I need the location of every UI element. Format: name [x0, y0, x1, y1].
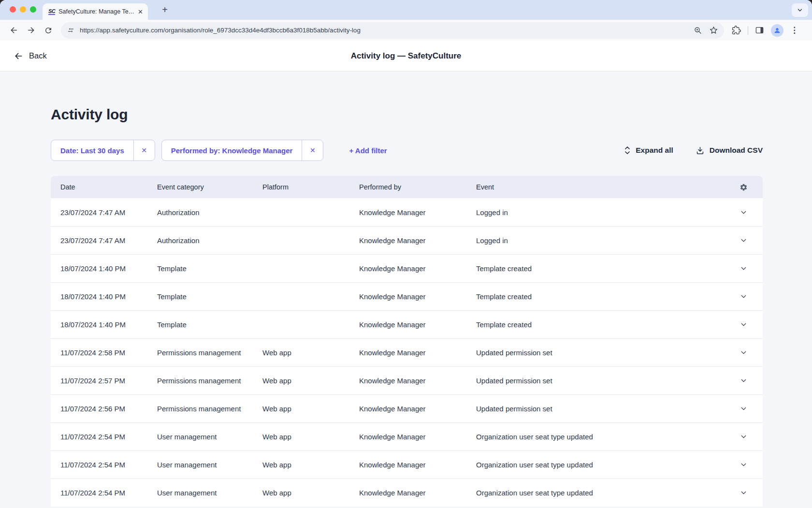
cell-performed-by: Knowledge Manager: [359, 264, 476, 273]
browser-menu-button[interactable]: ⋮: [790, 25, 798, 35]
cell-performed-by: Knowledge Manager: [359, 377, 476, 385]
cell-performed-by: Knowledge Manager: [359, 208, 476, 217]
table-row[interactable]: 11/07/2024 2:56 PM Permissions managemen…: [51, 394, 763, 422]
expand-collapse-icon: [624, 146, 631, 155]
table-header-row: Date Event category Platform Performed b…: [51, 176, 763, 198]
cell-performed-by: Knowledge Manager: [359, 320, 476, 329]
side-panel-icon[interactable]: [755, 26, 764, 35]
back-arrow-icon: [9, 26, 18, 35]
table-settings-button[interactable]: [728, 183, 763, 191]
main-content: Activity log Date: Last 30 days ✕ Perfor…: [0, 72, 812, 508]
gear-icon: [740, 183, 748, 191]
address-bar[interactable]: https://app.safetyculture.com/organisati…: [61, 22, 724, 39]
minimize-window-button[interactable]: [20, 6, 26, 13]
filter-chip-performed-by[interactable]: Performed by: Knowledge Manager ✕: [161, 140, 324, 161]
expand-row-button[interactable]: [728, 348, 763, 357]
filter-bar: Date: Last 30 days ✕ Performed by: Knowl…: [51, 140, 763, 161]
tab-close-icon[interactable]: ✕: [138, 9, 143, 15]
expand-row-button[interactable]: [728, 405, 763, 413]
download-csv-label: Download CSV: [710, 146, 763, 155]
table-row[interactable]: 11/07/2024 2:57 PM Permissions managemen…: [51, 366, 763, 394]
back-nav-button[interactable]: [6, 23, 21, 38]
filter-chip-label[interactable]: Performed by: Knowledge Manager: [162, 140, 302, 160]
cell-event: Organization user seat type updated: [476, 461, 728, 469]
cell-event: Template created: [476, 292, 728, 301]
add-filter-button[interactable]: + Add filter: [349, 146, 387, 155]
table-row[interactable]: 18/07/2024 1:40 PM Template Knowledge Ma…: [51, 282, 763, 310]
cell-event: Updated permission set: [476, 405, 728, 413]
safetyculture-favicon-icon: SC: [48, 9, 55, 15]
table-row[interactable]: 11/07/2024 2:54 PM User management Web a…: [51, 479, 763, 507]
cell-event-category: Template: [157, 292, 262, 301]
expand-row-button[interactable]: [728, 320, 763, 329]
cell-event: Template created: [476, 264, 728, 273]
cell-event: Template created: [476, 320, 728, 329]
filter-chip-date[interactable]: Date: Last 30 days ✕: [51, 140, 155, 161]
tab-overview-button[interactable]: [792, 3, 808, 17]
cell-date: 11/07/2024 2:57 PM: [60, 377, 157, 385]
new-tab-button[interactable]: +: [160, 5, 170, 15]
activity-log-table: Date Event category Platform Performed b…: [51, 176, 763, 507]
close-window-button[interactable]: [10, 6, 16, 13]
bookmark-star-icon[interactable]: [709, 26, 718, 35]
cell-performed-by: Knowledge Manager: [359, 348, 476, 357]
url-text[interactable]: https://app.safetyculture.com/organisati…: [80, 27, 689, 34]
cell-date: 18/07/2024 1:40 PM: [60, 320, 157, 329]
table-row[interactable]: 23/07/2024 7:47 AM Authorization Knowled…: [51, 226, 763, 254]
chevron-down-icon: [740, 264, 748, 273]
chevron-down-icon: [740, 236, 748, 245]
profile-avatar[interactable]: [771, 24, 783, 37]
expand-row-button[interactable]: [728, 377, 763, 385]
expand-row-button[interactable]: [728, 461, 763, 469]
table-row[interactable]: 23/07/2024 7:47 AM Authorization Knowled…: [51, 198, 763, 226]
back-button[interactable]: Back: [14, 51, 47, 61]
table-row[interactable]: 18/07/2024 1:40 PM Template Knowledge Ma…: [51, 254, 763, 282]
site-settings-icon[interactable]: [67, 26, 75, 34]
remove-filter-icon[interactable]: ✕: [133, 140, 155, 160]
expand-row-button[interactable]: [728, 264, 763, 273]
table-row[interactable]: 11/07/2024 2:54 PM User management Web a…: [51, 422, 763, 450]
chevron-down-icon: [740, 320, 748, 329]
expand-row-button[interactable]: [728, 292, 763, 301]
expand-row-button[interactable]: [728, 489, 763, 497]
cell-date: 23/07/2024 7:47 AM: [60, 208, 157, 217]
chevron-down-icon: [740, 433, 748, 441]
browser-tab[interactable]: SC SafetyCulture: Manage Teams and... ✕: [43, 3, 148, 20]
column-header-event-category: Event category: [157, 183, 262, 191]
extensions-puzzle-icon[interactable]: [732, 26, 741, 35]
browser-window: SC SafetyCulture: Manage Teams and... ✕ …: [0, 0, 812, 508]
expand-row-button[interactable]: [728, 433, 763, 441]
expand-all-button[interactable]: Expand all: [624, 146, 673, 155]
forward-nav-button[interactable]: [23, 23, 39, 38]
column-header-date: Date: [60, 183, 157, 191]
table-row[interactable]: 18/07/2024 1:40 PM Template Knowledge Ma…: [51, 310, 763, 338]
expand-row-button[interactable]: [728, 236, 763, 245]
filter-chip-label[interactable]: Date: Last 30 days: [51, 140, 133, 160]
cell-date: 11/07/2024 2:54 PM: [60, 433, 157, 441]
table-row[interactable]: 11/07/2024 2:54 PM User management Web a…: [51, 450, 763, 479]
chevron-down-icon: [740, 377, 748, 385]
column-header-event: Event: [476, 183, 728, 191]
zoom-page-icon[interactable]: [694, 26, 702, 35]
cell-performed-by: Knowledge Manager: [359, 236, 476, 245]
cell-date: 18/07/2024 1:40 PM: [60, 292, 157, 301]
cell-event: Updated permission set: [476, 377, 728, 385]
reload-button[interactable]: [41, 23, 56, 38]
cell-date: 18/07/2024 1:40 PM: [60, 264, 157, 273]
reload-icon: [44, 26, 53, 35]
cell-event-category: Template: [157, 264, 262, 273]
cell-platform: Web app: [262, 377, 359, 385]
cell-date: 11/07/2024 2:54 PM: [60, 461, 157, 469]
zoom-window-button[interactable]: [30, 6, 36, 13]
chevron-down-icon: [740, 461, 748, 469]
remove-filter-icon[interactable]: ✕: [302, 140, 323, 160]
cell-performed-by: Knowledge Manager: [359, 461, 476, 469]
expand-row-button[interactable]: [728, 208, 763, 217]
table-row[interactable]: 11/07/2024 2:58 PM Permissions managemen…: [51, 338, 763, 366]
cell-event-category: Permissions management: [157, 348, 262, 357]
cell-event-category: User management: [157, 461, 262, 469]
download-csv-button[interactable]: Download CSV: [696, 146, 763, 155]
cell-date: 23/07/2024 7:47 AM: [60, 236, 157, 245]
cell-performed-by: Knowledge Manager: [359, 433, 476, 441]
tab-title: SafetyCulture: Manage Teams and...: [58, 8, 134, 15]
